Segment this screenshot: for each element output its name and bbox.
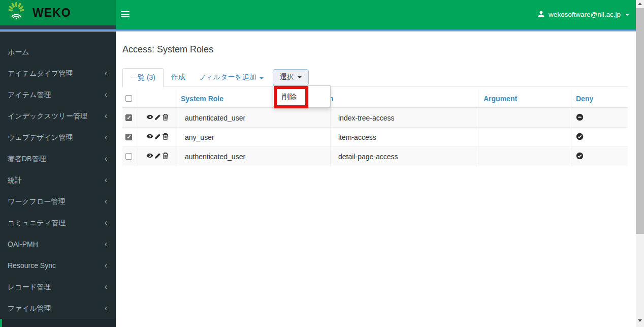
table-row: authenticated_user detail-page-access [122, 146, 628, 166]
sidebar-item-web-design-mgmt[interactable]: ウェブデザイン管理‹ [0, 127, 116, 148]
user-account-menu[interactable]: wekosoftware@nii.ac.jp [537, 0, 629, 29]
weko-admin-window: wekosoftware@nii.ac.jp [0, 0, 644, 327]
table-header-row: System Role Argument Deny Action [122, 90, 628, 108]
sidebar-toggle-menu-icon[interactable] [121, 11, 130, 19]
edit-pencil-icon[interactable] [154, 153, 161, 161]
chevron-left-icon: ‹ [105, 63, 107, 84]
deny-column-header[interactable]: Deny [571, 90, 628, 107]
check-circle-icon [576, 133, 584, 142]
minus-circle-icon [576, 113, 584, 123]
chevron-left-icon: ‹ [105, 148, 107, 169]
select-dropdown-menu: 削除 [273, 85, 331, 108]
sidebar-item-workflow-mgmt[interactable]: ワークフロー管理‹ [0, 191, 116, 212]
sidebar-item-record-mgmt[interactable]: レコード管理‹ [0, 276, 116, 298]
table-row: authenticated_user index-tree-access [122, 108, 628, 127]
argument-cell [478, 128, 571, 146]
argument-column-header[interactable]: Argument [478, 90, 571, 107]
delete-trash-icon[interactable] [162, 133, 169, 141]
chevron-left-icon: ‹ [105, 255, 107, 276]
deny-cell [571, 147, 628, 166]
view-icon[interactable] [146, 133, 153, 141]
chevron-left-icon: ‹ [105, 105, 107, 127]
sidebar-item-index-tree-mgmt[interactable]: インデックスツリー管理‹ [0, 105, 116, 127]
edit-pencil-icon[interactable] [154, 133, 161, 141]
brand-title: WEKO [33, 6, 71, 20]
user-email: wekosoftware@nii.ac.jp [549, 11, 621, 18]
tab-list[interactable]: 一覧 (3) [122, 68, 164, 87]
actions-column-header [138, 90, 178, 107]
action-cell: item-access [330, 128, 478, 146]
chevron-left-icon: ‹ [105, 233, 107, 255]
dropdown-item-delete[interactable]: 削除 [273, 92, 297, 102]
check-circle-icon [576, 152, 584, 161]
sidebar-item-home[interactable]: ホーム [0, 41, 116, 63]
sidebar-item-author-db-mgmt[interactable]: 著者DB管理‹ [0, 148, 116, 169]
system-roles-table: System Role Argument Deny Action authent… [122, 90, 628, 166]
deny-cell [571, 128, 628, 146]
delete-trash-icon[interactable] [162, 152, 169, 161]
page-scrollbar[interactable] [636, 0, 644, 327]
chevron-left-icon: ‹ [105, 84, 107, 105]
scroll-up-button[interactable] [638, 3, 642, 5]
action-cell: index-tree-access [330, 108, 478, 127]
system-role-cell: authenticated_user [178, 147, 330, 166]
add-filter-link[interactable]: フィルターを追加 [199, 73, 264, 82]
row-checkbox[interactable] [125, 134, 132, 140]
sidebar-item-itemtype-mgmt[interactable]: アイテムタイプ管理‹ [0, 63, 116, 84]
filter-caret-down-icon [260, 77, 264, 79]
sidebar-item-statistics[interactable]: 統計‹ [0, 169, 116, 191]
scrollbar-thumb[interactable] [636, 8, 644, 234]
chevron-left-icon: ‹ [105, 212, 107, 233]
chevron-left-icon: ‹ [105, 276, 107, 298]
select-all-checkbox[interactable] [125, 95, 132, 102]
sidebar-item-item-mgmt[interactable]: アイテム管理‹ [0, 84, 116, 105]
argument-cell [478, 108, 571, 127]
system-role-cell: any_user [178, 128, 330, 146]
sidebar-menu: ホーム アイテムタイプ管理‹ アイテム管理‹ インデックスツリー管理‹ ウェブデ… [0, 41, 116, 319]
tabs-divider [122, 86, 628, 86]
sidebar-item-file-mgmt[interactable]: ファイル管理‹ [0, 298, 116, 319]
chevron-left-icon: ‹ [105, 298, 107, 319]
argument-cell [478, 147, 571, 166]
scroll-down-button[interactable] [638, 319, 642, 322]
select-caret-down-icon [298, 76, 302, 78]
weko-logo-icon [5, 1, 27, 24]
action-cell: detail-page-access [330, 147, 478, 166]
delete-trash-icon[interactable] [162, 113, 169, 122]
sidebar-item-community-mgmt[interactable]: コミュニティ管理‹ [0, 212, 116, 233]
weko-brand[interactable]: WEKO [0, 0, 116, 25]
table-row: any_user item-access [122, 127, 628, 146]
sidebar-item-resource-sync[interactable]: Resource Sync‹ [0, 255, 116, 276]
sidebar: ホーム アイテムタイプ管理‹ アイテム管理‹ インデックスツリー管理‹ ウェブデ… [0, 32, 116, 327]
sidebar-item-partial[interactable] [0, 319, 116, 327]
user-icon [537, 10, 545, 19]
edit-pencil-icon[interactable] [154, 114, 161, 122]
tab-create[interactable]: 作成 [171, 73, 185, 82]
chevron-left-icon: ‹ [105, 127, 107, 148]
user-caret-down-icon [625, 14, 629, 16]
system-role-cell: authenticated_user [178, 108, 330, 127]
view-icon[interactable] [146, 152, 153, 161]
chevron-left-icon: ‹ [105, 169, 107, 191]
row-checkbox[interactable] [125, 114, 132, 121]
view-icon[interactable] [146, 113, 153, 122]
select-dropdown-button[interactable]: 選択 [273, 69, 309, 85]
sidebar-item-oai-pmh[interactable]: OAI-PMH‹ [0, 233, 116, 255]
chevron-left-icon: ‹ [105, 191, 107, 212]
brand-gap [0, 25, 116, 29]
page-title: Access: System Roles [122, 44, 213, 55]
row-checkbox[interactable] [125, 153, 132, 160]
deny-cell [571, 108, 628, 127]
